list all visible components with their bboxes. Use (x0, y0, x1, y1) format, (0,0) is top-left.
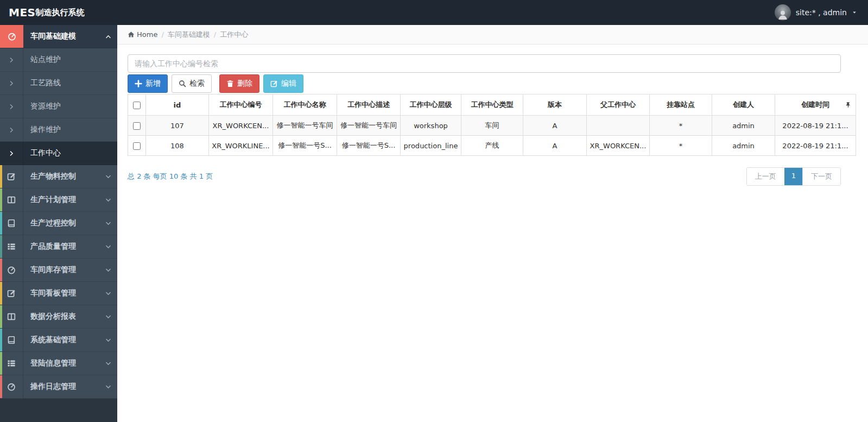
breadcrumb-home-label: Home (137, 30, 157, 39)
chevron-down-icon (99, 244, 117, 250)
chevron-up-icon (99, 34, 117, 40)
sidebar-group-inventory-management[interactable]: 车间库存管理 (0, 259, 117, 282)
cell-creator: admin (712, 116, 775, 136)
cell-parent: XR_WORKCEN... (587, 136, 650, 156)
sidebar-group-label: 产品质量管理 (23, 242, 99, 251)
delete-button[interactable]: 删除 (219, 74, 259, 93)
plus-icon (135, 80, 142, 87)
chevron-right-icon (0, 142, 23, 165)
col-header-name: 工作中心名称 (273, 95, 337, 116)
chevron-right-icon (0, 72, 23, 95)
toolbar: 新增 检索 删除 编辑 (128, 74, 856, 93)
sidebar-group-process-control[interactable]: 生产过程控制 (0, 212, 117, 235)
add-button[interactable]: 新增 (128, 74, 168, 93)
chevron-down-icon (99, 384, 117, 390)
search-button-label: 检索 (189, 79, 205, 89)
page-body: 新增 检索 删除 编辑 (117, 45, 868, 186)
select-all-checkbox[interactable] (133, 102, 141, 109)
prev-page-button[interactable]: 上一页 (747, 168, 784, 185)
search-button[interactable]: 检索 (172, 74, 212, 93)
cell-name: 修一智能一号车间 (273, 116, 337, 136)
sidebar-group-label: 生产过程控制 (23, 218, 99, 228)
book-icon (0, 212, 23, 235)
sidebar-group-label: 车间库存管理 (23, 265, 99, 275)
edit-icon (270, 80, 278, 87)
sidebar-item-work-center[interactable]: 工作中心 (0, 142, 117, 165)
col-header-creator: 创建人 (712, 95, 775, 116)
col-header-description: 工作中心描述 (337, 95, 401, 116)
sidebar-group-data-analysis[interactable]: 数据分析报表 (0, 305, 117, 329)
sidebar-item-resource-maintenance[interactable]: 资源维护 (0, 95, 117, 118)
sidebar-group-login-info[interactable]: 登陆信息管理 (0, 352, 117, 375)
cell-created-time: 2022-08-19 21:1... (775, 136, 856, 156)
sidebar-group-material-control[interactable]: 生产物料控制 (0, 165, 117, 188)
pencil-square-icon (0, 282, 23, 305)
app-logo[interactable]: MES制造执行系统 (0, 0, 117, 25)
sidebar-group-plan-management[interactable]: 生产计划管理 (0, 188, 117, 212)
edit-button[interactable]: 编辑 (263, 74, 303, 93)
edit-button-label: 编辑 (281, 79, 296, 89)
table-row[interactable]: 107 XR_WORKCEN... 修一智能一号车间 修一智能一号车间 work… (128, 116, 856, 136)
page-1-button[interactable]: 1 (784, 168, 802, 185)
pin-icon[interactable] (845, 102, 851, 108)
home-icon (128, 31, 135, 38)
pencil-square-icon (0, 165, 23, 188)
breadcrumb-separator: / (161, 30, 163, 39)
col-header-version: 版本 (523, 95, 587, 116)
cell-type: 产线 (461, 136, 523, 156)
sidebar-footer-area (0, 399, 117, 422)
delete-button-label: 删除 (237, 79, 252, 89)
sidebar-group-label: 车间基础建模 (23, 32, 99, 41)
caret-down-icon (852, 10, 857, 15)
work-center-table: id 工作中心编号 工作中心名称 工作中心描述 工作中心层级 工作中心类型 版本… (128, 94, 856, 156)
sidebar-group-system-management[interactable]: 系统基础管理 (0, 329, 117, 352)
sidebar-item-site-maintenance[interactable]: 站点维护 (0, 48, 117, 72)
chevron-down-icon (99, 174, 117, 180)
table-row[interactable]: 108 XR_WORKLINE... 修一智能一号S... 修一智能一号S...… (128, 136, 856, 156)
pagination: 上一页 1 下一页 (746, 167, 841, 186)
search-input[interactable] (128, 54, 841, 73)
cell-creator: admin (712, 136, 775, 156)
chevron-down-icon (99, 197, 117, 203)
sidebar-group-label: 登陆信息管理 (23, 358, 99, 368)
select-all-cell (128, 95, 146, 116)
col-header-created-time: 创建时间 (775, 95, 856, 116)
sidebar-item-process-route[interactable]: 工艺路线 (0, 72, 117, 95)
col-header-code: 工作中心编号 (209, 95, 273, 116)
trash-icon (226, 80, 234, 87)
cell-version: A (523, 136, 587, 156)
next-page-button[interactable]: 下一页 (802, 168, 840, 185)
cell-version: A (523, 116, 587, 136)
gauge-icon (0, 25, 23, 48)
breadcrumb: Home / 车间基础建模 / 工作中心 (117, 25, 868, 45)
sidebar-group-label: 数据分析报表 (23, 312, 99, 322)
sidebar-group-workshop-modeling[interactable]: 车间基础建模 (0, 25, 117, 48)
cell-id: 107 (146, 116, 209, 136)
sidebar-group-quality-management[interactable]: 产品质量管理 (0, 235, 117, 259)
user-label: site:* , admin (796, 8, 847, 17)
cell-station: * (650, 116, 712, 136)
gauge-icon (0, 375, 23, 398)
chevron-down-icon (99, 337, 117, 343)
sidebar-group-operation-log[interactable]: 操作日志管理 (0, 375, 117, 399)
topbar-spacer (117, 0, 775, 25)
cell-description: 修一智能一号S... (337, 136, 401, 156)
th-list-icon (0, 235, 23, 258)
sidebar-group-kanban-management[interactable]: 车间看板管理 (0, 282, 117, 305)
cell-station: * (650, 136, 712, 156)
chevron-down-icon (99, 221, 117, 226)
user-menu[interactable]: site:* , admin (775, 0, 868, 25)
chevron-down-icon (99, 291, 117, 297)
sidebar-item-operation-maintenance[interactable]: 操作维护 (0, 118, 117, 142)
sidebar-item-label: 资源维护 (23, 102, 117, 111)
chevron-right-icon (0, 95, 23, 118)
breadcrumb-separator: / (214, 30, 216, 39)
breadcrumb-level1[interactable]: 车间基础建模 (168, 30, 210, 40)
breadcrumb-home[interactable]: Home (128, 30, 157, 39)
row-checkbox[interactable] (133, 122, 141, 130)
chevron-down-icon (99, 314, 117, 320)
row-checkbox[interactable] (133, 142, 141, 150)
book-icon (0, 329, 23, 351)
main-content: Home / 车间基础建模 / 工作中心 新增 检索 删除 (117, 25, 868, 422)
sidebar: 车间基础建模 站点维护 工艺路线 资源维护 操作维护 工作中心 生产物料控制 (0, 25, 117, 422)
